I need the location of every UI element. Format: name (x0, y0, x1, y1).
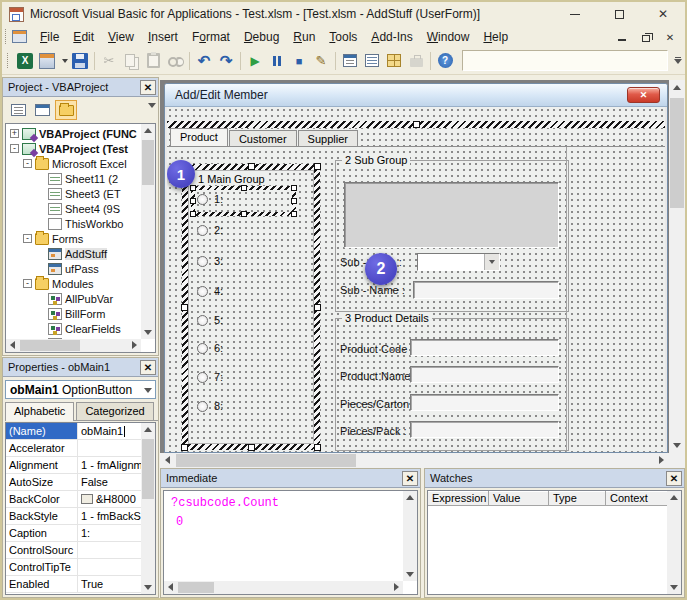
redo-icon[interactable]: ↷ (215, 50, 237, 72)
toggle-folders-button[interactable] (55, 100, 77, 120)
selection-handle[interactable] (291, 211, 297, 217)
help-icon[interactable]: ? (434, 50, 456, 72)
selection-handle[interactable] (190, 185, 196, 191)
property-value[interactable] (78, 542, 141, 558)
maximize-button[interactable] (597, 2, 641, 26)
userform-close-button[interactable]: ✕ (627, 87, 660, 103)
selection-handle[interactable] (190, 198, 196, 204)
tab-alphabetic[interactable]: Alphabetic (5, 402, 74, 421)
save-icon[interactable] (69, 50, 91, 72)
designer-vscrollbar[interactable] (669, 80, 685, 453)
project-toolbar-options-icon[interactable] (148, 103, 156, 108)
expander-minus-icon[interactable]: - (23, 279, 32, 288)
property-value[interactable]: 1: (78, 525, 141, 541)
view-object-button[interactable] (31, 100, 53, 120)
property-row-enabled[interactable]: EnabledTrue (6, 576, 141, 593)
form-tab-customer[interactable]: Customer (229, 130, 297, 146)
child-window-icon[interactable] (12, 30, 27, 43)
watches-column-context[interactable]: Context (606, 491, 669, 505)
property-row-name[interactable]: (Name)obMain1 (6, 423, 141, 440)
selection-handle[interactable] (314, 304, 321, 311)
selection-handle[interactable] (413, 121, 420, 128)
excel-icon[interactable]: X (14, 50, 36, 72)
sub-code-dropdown-icon[interactable] (484, 254, 499, 270)
insert-userform-icon[interactable] (36, 50, 58, 72)
option-button-6[interactable]: 6: (197, 341, 223, 355)
tab-categorized[interactable]: Categorized (76, 402, 153, 420)
project-tree-vscrollbar[interactable] (141, 124, 155, 339)
selection-handle[interactable] (314, 163, 321, 170)
tree-item-billform[interactable]: BillForm (8, 306, 155, 321)
project-close-button[interactable]: ✕ (140, 80, 156, 95)
main-group-frame-body[interactable]: 1 Main Group 1:2:3:4:5:6:7: (188, 170, 314, 444)
properties-close-button[interactable]: ✕ (140, 360, 156, 375)
project-explorer-icon[interactable] (339, 50, 361, 72)
toolbox-icon[interactable] (405, 50, 427, 72)
sub-group-listbox[interactable] (344, 182, 559, 248)
form-tab-product[interactable]: Product (170, 128, 228, 146)
tree-item-addstuff[interactable]: AddStuff (8, 246, 155, 261)
tree-item-sheet11-2[interactable]: Sheet11 (2 (8, 171, 155, 186)
watches-column-type[interactable]: Type (549, 491, 606, 505)
watches-content[interactable]: ExpressionValueTypeContext (427, 490, 682, 595)
property-row-accelerator[interactable]: Accelerator (6, 440, 141, 457)
product-code-textbox[interactable] (410, 339, 559, 356)
tree-item-forms[interactable]: -Forms (8, 231, 155, 246)
design-mode-icon[interactable]: ✎ (310, 50, 332, 72)
tree-item-vbaproject-test[interactable]: -VBAProject (Test (8, 141, 155, 156)
option-button-4[interactable]: 4: (197, 284, 223, 298)
property-value[interactable]: obMain1 (78, 423, 141, 439)
immediate-close-button[interactable]: ✕ (402, 471, 418, 486)
expander-minus-icon[interactable]: - (23, 159, 32, 168)
run-icon[interactable]: ▶ (244, 50, 266, 72)
mdi-close-button[interactable]: ✕ (663, 30, 677, 43)
expander-minus-icon[interactable]: - (23, 234, 32, 243)
product-name-textbox[interactable] (410, 366, 559, 383)
project-tree-hscrollbar[interactable] (6, 339, 141, 352)
property-row-backstyle[interactable]: BackStyle1 - fmBackS (6, 508, 141, 525)
toolbar-options-button[interactable] (672, 50, 683, 72)
tree-item-microsoft-excel[interactable]: -Microsoft Excel (8, 156, 155, 171)
view-code-button[interactable] (7, 100, 29, 120)
tree-item-vbaproject-func[interactable]: +VBAProject (FUNC (8, 126, 155, 141)
property-value[interactable]: 1 - fmBackS (78, 508, 141, 524)
sub-name-textbox[interactable] (413, 281, 559, 299)
insert-object-dropdown[interactable] (58, 50, 69, 72)
property-row-controlsourc[interactable]: ControlSourc (6, 542, 141, 559)
main-group-frame[interactable]: 1 Main Group 1:2:3:4:5:6:7: (182, 164, 320, 450)
undo-icon[interactable]: ↶ (193, 50, 215, 72)
menu-add-ins[interactable]: Add-Ins (364, 28, 419, 46)
pieces-carton-textbox[interactable] (410, 394, 559, 411)
menu-tools[interactable]: Tools (322, 28, 364, 46)
watches-vscrollbar[interactable] (667, 491, 681, 594)
selection-handle[interactable] (291, 185, 297, 191)
option-button-1[interactable]: 1: (197, 192, 223, 206)
selection-handle[interactable] (291, 198, 297, 204)
tree-item-modules[interactable]: -Modules (8, 276, 155, 291)
selection-handle[interactable] (241, 211, 247, 217)
close-button[interactable]: ✕ (641, 2, 685, 26)
menu-file[interactable]: File (33, 28, 66, 46)
option-button-8[interactable]: 8: (197, 399, 223, 413)
menu-insert[interactable]: Insert (141, 28, 185, 46)
tree-item-clearfields[interactable]: ClearFields (8, 321, 155, 336)
property-row-autosize[interactable]: AutoSizeFalse (6, 474, 141, 491)
tree-item-thisworkbo[interactable]: ThisWorkbo (8, 216, 155, 231)
tree-item-ufpass[interactable]: ufPass (8, 261, 155, 276)
option-button-2[interactable]: 2: (197, 223, 223, 237)
watches-column-expression[interactable]: Expression (428, 491, 489, 505)
object-selector-combo[interactable]: obMain1 OptionButton (5, 380, 156, 399)
property-value[interactable] (78, 559, 141, 575)
expander-plus-icon[interactable]: + (10, 129, 19, 138)
property-row-controltipte[interactable]: ControlTipTe (6, 559, 141, 576)
property-value[interactable]: 1 - fmAlignm (78, 457, 141, 473)
selection-handle[interactable] (248, 444, 255, 451)
break-icon[interactable] (266, 50, 288, 72)
tree-item-allpubvar[interactable]: AllPubVar (8, 291, 155, 306)
immediate-content[interactable]: ?csubcode.Count 0 (163, 490, 418, 595)
mdi-restore-button[interactable] (639, 30, 653, 43)
copy-icon[interactable] (120, 50, 142, 72)
menu-view[interactable]: View (101, 28, 141, 46)
cut-icon[interactable]: ✂ (98, 50, 120, 72)
immediate-hscrollbar[interactable] (164, 581, 403, 594)
